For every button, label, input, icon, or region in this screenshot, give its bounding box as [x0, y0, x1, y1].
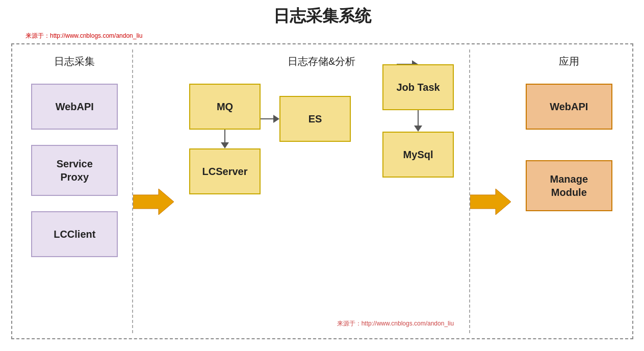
- arrowhead-right-mq-es: [273, 115, 279, 123]
- big-arrow-right-2: [470, 188, 511, 216]
- arrow-storage-to-app: [470, 70, 511, 333]
- box-mq: MQ: [189, 84, 261, 130]
- box-mysql: MySql: [382, 132, 454, 178]
- box-es: ES: [279, 96, 351, 142]
- main-title: 日志采集系统: [273, 5, 371, 28]
- mq-lcserver-connector-down: [224, 130, 225, 142]
- svg-marker-1: [470, 189, 511, 215]
- arrowhead-down-jobtask-mysql: [414, 126, 422, 132]
- box-lcclient: LCClient: [31, 211, 118, 257]
- box-lcserver: LCServer: [189, 148, 261, 194]
- arrowhead-down-mq: [221, 142, 229, 148]
- col-storage: 日志存储&分析 MQ LCServer: [174, 49, 470, 333]
- box-webapi-app: WebAPI: [526, 84, 612, 130]
- col-collect: 日志采集 WebAPI Service Proxy LCClient: [17, 49, 134, 333]
- big-arrow-right-1: [133, 188, 174, 216]
- box-jobtask: Job Task: [382, 64, 454, 110]
- svg-marker-0: [133, 189, 174, 215]
- arrow-mq-es: [261, 115, 279, 123]
- box-webapi-collect: WebAPI: [31, 84, 118, 130]
- col-app-title: 应用: [559, 55, 579, 68]
- box-service-proxy: Service Proxy: [31, 145, 118, 196]
- box-manage-module: Manage Module: [526, 160, 612, 211]
- arrow-collect-to-storage: [133, 70, 174, 333]
- col-app: 应用 WebAPI Manage Module: [511, 49, 627, 333]
- watermark-bottom: 来源于：http://www.cnblogs.com/andon_liu: [337, 309, 454, 328]
- diagram-container: 日志采集 WebAPI Service Proxy LCClient 日志存储&…: [11, 43, 633, 339]
- col-storage-title: 日志存储&分析: [288, 55, 355, 68]
- col-collect-title: 日志采集: [54, 55, 95, 68]
- watermark-top: 来源于：http://www.cnblogs.com/andon_liu: [25, 32, 142, 40]
